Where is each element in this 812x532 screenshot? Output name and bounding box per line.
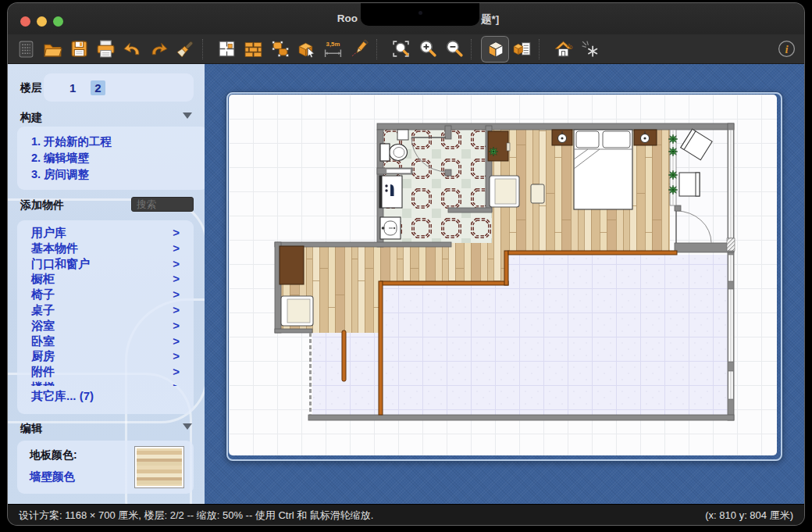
- info-button[interactable]: i: [773, 37, 800, 62]
- zoom-in-button[interactable]: [414, 37, 440, 62]
- category-label: 基本物件: [31, 241, 78, 256]
- walls-button[interactable]: [240, 37, 266, 62]
- home-3d-button[interactable]: 3D: [550, 37, 576, 62]
- toolbar-separator: [539, 39, 547, 59]
- floor-plan[interactable]: [229, 95, 777, 455]
- sink: [380, 217, 401, 239]
- redo-button[interactable]: [145, 37, 172, 62]
- design-canvas[interactable]: [205, 64, 804, 505]
- chevron-right-icon: >: [173, 256, 180, 272]
- floor-texture-swatch[interactable]: [134, 446, 184, 488]
- minimize-button[interactable]: [37, 16, 47, 27]
- save-button[interactable]: [66, 37, 92, 62]
- select-object-button[interactable]: [293, 37, 319, 62]
- pillow: [603, 131, 630, 148]
- format-brush-button[interactable]: [172, 37, 198, 62]
- svg-text:i: i: [785, 43, 788, 55]
- titlebar: Roo 题*]: [8, 3, 804, 34]
- pillow: [576, 131, 599, 148]
- category-item[interactable]: 桌子 >: [17, 302, 194, 318]
- close-button[interactable]: [20, 16, 30, 27]
- collapse-triangle-icon[interactable]: [183, 423, 192, 430]
- app-window: Roo 题*] 3,5m 3D i: [8, 3, 804, 525]
- wall-corridor-bottom: [275, 329, 312, 333]
- zoom-region-button[interactable]: [387, 37, 414, 62]
- category-item[interactable]: 楼梯 >: [17, 380, 194, 386]
- info-icon: i: [777, 39, 796, 59]
- build-step-link[interactable]: 3. 房间调整: [31, 166, 205, 183]
- category-item[interactable]: 橱柜 >: [17, 271, 194, 287]
- category-item[interactable]: 基本物件 >: [17, 241, 194, 256]
- chevron-right-icon: >: [173, 287, 180, 302]
- svg-text:3,5m: 3,5m: [326, 41, 340, 48]
- new-document-button[interactable]: [12, 37, 39, 62]
- category-item[interactable]: 浴室 >: [17, 318, 194, 334]
- category-label: 椅子: [31, 287, 55, 302]
- chevron-right-icon: >: [173, 334, 180, 349]
- measure-button[interactable]: 3,5m: [319, 37, 346, 62]
- edit-rooms-button[interactable]: [266, 37, 293, 62]
- category-label: 浴室: [31, 318, 55, 334]
- draw-button[interactable]: [346, 37, 372, 62]
- maximize-button[interactable]: [53, 16, 63, 27]
- washbasin-counter: [379, 176, 402, 208]
- collapse-triangle-icon[interactable]: [183, 112, 192, 119]
- wall-color-link[interactable]: 墙壁颜色: [30, 470, 75, 484]
- plan-page[interactable]: [229, 95, 777, 455]
- category-label: 桌子: [31, 302, 55, 318]
- category-list: 用户库 > 基本物件 > 门口和窗户 > 橱柜: [17, 225, 194, 386]
- effects-button[interactable]: [576, 37, 603, 62]
- double-bed: [574, 130, 632, 209]
- add-objects-label: 添加物件: [20, 198, 64, 212]
- floor-plan-button[interactable]: [213, 37, 240, 62]
- page-frame: [226, 92, 782, 461]
- category-label: 门口和窗户: [31, 256, 90, 272]
- toolbar-separator: [202, 39, 210, 59]
- undo-icon: [123, 39, 142, 59]
- category-item[interactable]: 卧室 >: [17, 334, 194, 349]
- new-document-icon: [16, 39, 36, 59]
- search-input[interactable]: [131, 197, 194, 212]
- category-label: 橱柜: [31, 271, 55, 287]
- category-item[interactable]: 用户库 >: [17, 225, 194, 241]
- sparkle-icon: [580, 39, 600, 59]
- category-item[interactable]: 附件 >: [17, 364, 194, 380]
- build-step-link[interactable]: 2. 编辑墙壁: [31, 150, 205, 166]
- undo-button[interactable]: [119, 37, 145, 62]
- chevron-right-icon: >: [173, 271, 180, 287]
- category-label: 附件: [31, 364, 55, 380]
- shelf[interactable]: [386, 170, 411, 173]
- view-3d-button[interactable]: [482, 37, 508, 62]
- build-steps: 1. 开始新的工程2. 编辑墙壁3. 房间调整: [17, 127, 205, 190]
- zoom-region-icon: [391, 39, 411, 59]
- object-list-button[interactable]: [508, 37, 535, 62]
- wall-hall-bottom: [448, 208, 492, 212]
- pen-icon: [350, 39, 369, 59]
- zoom-out-button[interactable]: [440, 37, 467, 62]
- print-button[interactable]: [92, 37, 119, 62]
- wall-top: [377, 123, 734, 130]
- toolbar: 3,5m 3D i: [8, 34, 804, 64]
- side-table: [531, 184, 544, 203]
- chevron-right-icon: >: [173, 318, 180, 334]
- object-categories: 用户库 > 基本物件 > 门口和窗户 > 橱柜: [17, 220, 194, 414]
- edit-header: 编辑: [20, 422, 42, 436]
- build-step-link[interactable]: 1. 开始新的工程: [31, 134, 205, 150]
- category-item[interactable]: 椅子 >: [17, 287, 194, 302]
- category-item[interactable]: 门口和窗户 >: [17, 256, 194, 272]
- status-text: 设计方案: 1168 × 700 厘米, 楼层: 2/2 -- 缩放: 50% …: [19, 509, 374, 523]
- open-button[interactable]: [39, 37, 66, 62]
- windows[interactable]: [727, 130, 735, 399]
- chevron-right-icon: >: [173, 380, 180, 386]
- floor-option-2[interactable]: 2: [91, 80, 105, 95]
- toolbar-separator: [376, 39, 384, 59]
- window-title-right: 题*]: [481, 12, 499, 27]
- floor-plan-icon: [217, 39, 237, 59]
- wall-balcony-bottom: [675, 243, 734, 252]
- more-libraries-link[interactable]: 其它库... (7): [17, 386, 194, 404]
- category-item[interactable]: 厨房 >: [17, 348, 194, 364]
- floor-option-1[interactable]: 1: [66, 80, 80, 95]
- rooms-icon: [270, 39, 290, 59]
- toolbar-separator: [471, 39, 479, 59]
- chevron-right-icon: >: [173, 364, 180, 380]
